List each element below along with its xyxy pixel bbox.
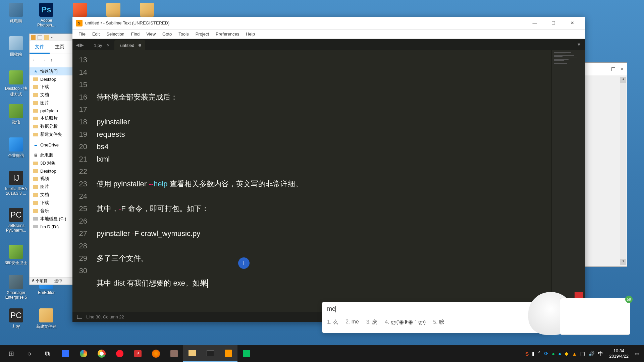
desktop-icon[interactable]: Desktop - 快捷方式 (3, 70, 29, 97)
minimap[interactable] (551, 50, 585, 312)
tray-wechat-icon[interactable]: ● (552, 351, 555, 357)
tab-dropdown-icon[interactable]: ▾ (578, 41, 580, 48)
tree-item[interactable]: 数据分析 (30, 122, 72, 130)
tray-ime-icon[interactable]: 中 (598, 351, 603, 357)
desktop-icon[interactable]: IJIntelliJ IDEA 2018.3.3 ... (3, 171, 29, 196)
tray-app-icon[interactable]: ▲ (572, 351, 577, 357)
tree-item[interactable]: Desktop (30, 75, 72, 83)
taskbar-app-explorer[interactable] (183, 345, 201, 362)
desktop-icon[interactable] (101, 3, 126, 18)
tab-home[interactable]: 主页 (50, 41, 70, 54)
menu-item[interactable]: Help (243, 32, 258, 37)
code-editor[interactable]: 待环境全部安装完成后： pyinstaller requests bs4 lxm… (92, 50, 551, 312)
taskbar-app-feishu[interactable] (56, 345, 74, 362)
tray-network-icon[interactable]: ⬚ (580, 351, 585, 357)
tree-item[interactable]: 图片 (30, 183, 72, 191)
ime-candidate[interactable]: 4.ლ(′◉❥◉｀ლ) (385, 319, 426, 326)
desktop-icon[interactable]: 微信 (3, 104, 29, 125)
maximize-button[interactable]: ☐ (544, 17, 563, 29)
desktop-icon[interactable]: Xmanager Enterprise 5 (3, 275, 29, 300)
tab-next-icon[interactable]: ▶ (80, 42, 84, 48)
notification-center-icon[interactable]: ▭ (635, 351, 639, 357)
close-button[interactable]: ✕ (563, 17, 582, 29)
desktop-icon[interactable]: 回收站 (3, 36, 29, 57)
tree-item[interactable]: 文档 (30, 91, 72, 99)
scroll-down-icon[interactable]: ▾ (620, 259, 626, 265)
editor-tab[interactable]: untitled (114, 40, 145, 50)
desktop-icon[interactable]: 企业微信 (3, 137, 29, 159)
tree-item[interactable]: ★快速访问 (30, 67, 72, 75)
menu-item[interactable]: Tools (175, 32, 192, 37)
tree-item[interactable]: 新建文件夹 (30, 130, 72, 138)
tree-item[interactable]: 下载 (30, 83, 72, 91)
tree-item[interactable]: 本地磁盘 (C:) (30, 215, 72, 223)
desktop-icon[interactable]: 此电脑 (3, 3, 29, 24)
tab-file[interactable]: 文件 (30, 41, 50, 54)
minimize-button[interactable]: — (525, 17, 544, 29)
desktop-icon[interactable] (134, 3, 160, 18)
menu-item[interactable]: Preferences (212, 32, 243, 37)
task-view-button[interactable]: ⧉ (38, 345, 56, 362)
desktop-icon[interactable]: PsAdobe Photosh... (34, 3, 59, 27)
taskbar-app-ubuntu[interactable] (147, 345, 165, 362)
taskbar-clock[interactable]: 10:34 2019/4/22 (606, 348, 631, 359)
checkbox-icon[interactable] (38, 35, 42, 40)
tab-close-icon[interactable]: × (107, 43, 109, 48)
menu-item[interactable]: File (75, 32, 89, 37)
dropdown-icon[interactable]: ▾ (51, 36, 53, 39)
desktop-icon[interactable]: 新建文件夹 (34, 308, 59, 329)
tree-item[interactable]: Desktop (30, 167, 72, 175)
tray-volume-icon[interactable]: 🔊 (588, 351, 595, 357)
cortana-button[interactable]: ○ (20, 345, 38, 362)
tree-item[interactable]: 本机照片 (30, 114, 72, 122)
menu-item[interactable]: Goto (159, 32, 175, 37)
taskbar-app-opera[interactable] (111, 345, 129, 362)
tree-item[interactable]: 3D 对象 (30, 159, 72, 167)
tree-item[interactable]: ☁OneDrive (30, 141, 72, 148)
ime-candidate[interactable]: 3.麽 (366, 319, 377, 326)
taskbar-app-browser[interactable] (74, 345, 93, 362)
tray-sync-icon[interactable]: ⟳ (544, 351, 548, 357)
menu-item[interactable]: View (143, 32, 159, 37)
start-button[interactable]: ⊞ (2, 345, 20, 362)
tree-item[interactable]: 音乐 (30, 207, 72, 215)
close-icon[interactable]: × (621, 66, 624, 72)
menu-item[interactable]: Project (192, 32, 212, 37)
menu-item[interactable]: Edit (89, 32, 103, 37)
maximize-icon[interactable] (611, 67, 615, 71)
ime-candidate[interactable]: 5.嚒 (433, 319, 444, 326)
tray-battery-icon[interactable]: ▮ (532, 351, 535, 357)
tree-item[interactable]: 下载 (30, 199, 72, 207)
nav-up-icon[interactable]: ↑ (50, 57, 53, 62)
desktop-icon[interactable]: PCJetBrains PyCharm... (3, 208, 29, 233)
panel-icon[interactable] (77, 315, 82, 319)
nav-forward-icon[interactable]: → (41, 57, 46, 62)
tree-item[interactable]: 视频 (30, 175, 72, 183)
tree-item[interactable]: ppt2pictu (30, 107, 72, 114)
tray-360-icon[interactable]: ◆ (565, 351, 569, 357)
taskbar-app-wps[interactable]: P (129, 345, 147, 362)
taskbar-app-notes[interactable] (165, 345, 183, 362)
taskbar-app-terminal[interactable] (201, 345, 219, 362)
desktop-icon[interactable]: 360安全卫士 (3, 245, 29, 266)
ime-candidate[interactable]: 1.么 (327, 319, 338, 326)
menu-item[interactable]: Find (128, 32, 143, 37)
taskbar-app-sublime[interactable] (219, 345, 237, 362)
tray-qq-icon[interactable]: ● (558, 351, 561, 357)
ime-candidate[interactable]: 2.me (345, 319, 359, 326)
tree-item[interactable]: I'm D (D:) (30, 223, 72, 230)
taskbar-app-chrome[interactable] (93, 345, 111, 362)
sublime-titlebar[interactable]: S untitled • - Sublime Text (UNREGISTERE… (72, 17, 585, 29)
nav-back-icon[interactable]: ← (32, 57, 37, 62)
tree-item[interactable]: 文档 (30, 191, 72, 199)
tab-prev-icon[interactable]: ◀ (76, 42, 79, 48)
editor-tab[interactable]: 1.py× (88, 40, 113, 50)
ime-assistant-panel[interactable]: 59 (560, 298, 630, 335)
desktop-icon[interactable]: PC1.py (3, 308, 29, 328)
scrollbar[interactable]: ▴ ▾ (620, 77, 626, 265)
tray-sogou-icon[interactable]: S (525, 351, 529, 357)
menu-item[interactable]: Selection (103, 32, 127, 37)
taskbar-app-wechat[interactable] (237, 345, 256, 362)
tree-item[interactable]: 图片 (30, 99, 72, 107)
tray-chevron-up-icon[interactable]: ˄ (538, 351, 541, 357)
